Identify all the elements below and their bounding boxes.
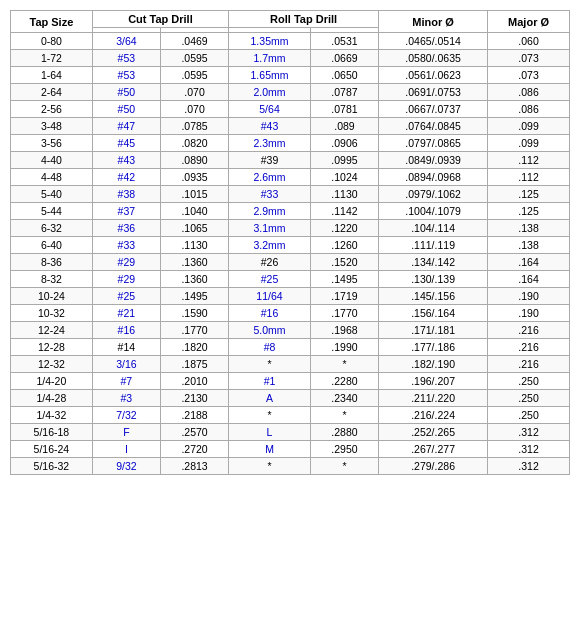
cut-drill-size: 3/64 <box>92 33 160 50</box>
minor-dia: .111/.119 <box>379 237 488 254</box>
roll-drill-dec: .2880 <box>310 424 378 441</box>
roll-drill-size: #1 <box>229 373 311 390</box>
cut-drill-dec: .2720 <box>160 441 228 458</box>
cut-drill-dec: .1875 <box>160 356 228 373</box>
table-row: 1/4-28#3.2130A.2340.211/.220.250 <box>11 390 570 407</box>
roll-drill-size: 5/64 <box>229 101 311 118</box>
table-row: 6-32#36.10653.1mm.1220.104/.114.138 <box>11 220 570 237</box>
roll-drill-size: * <box>229 458 311 475</box>
cut-drill-size: #38 <box>92 186 160 203</box>
minor-dia: .0667/.0737 <box>379 101 488 118</box>
roll-drill-size: #39 <box>229 152 311 169</box>
cut-drill-size: #29 <box>92 271 160 288</box>
roll-drill-size: A <box>229 390 311 407</box>
tap-size: 5/16-18 <box>11 424 93 441</box>
table-row: 10-32#21.1590#16.1770.156/.164.190 <box>11 305 570 322</box>
minor-dia: .134/.142 <box>379 254 488 271</box>
table-row: 3-48#47.0785#43.089.0764/.0845.099 <box>11 118 570 135</box>
cut-drill-size: #53 <box>92 67 160 84</box>
cut-drill-size: #33 <box>92 237 160 254</box>
major-dia: .073 <box>488 67 570 84</box>
cut-drill-dec: .070 <box>160 101 228 118</box>
table-row: 1/4-20#7.2010#1.2280.196/.207.250 <box>11 373 570 390</box>
table-row: 1-64#53.05951.65mm.0650.0561/.0623.073 <box>11 67 570 84</box>
roll-drill-dec: .089 <box>310 118 378 135</box>
roll-drill-dec: * <box>310 458 378 475</box>
major-dia: .216 <box>488 322 570 339</box>
minor-dia: .1004/.1079 <box>379 203 488 220</box>
cut-drill-dec: .0595 <box>160 67 228 84</box>
cut-drill-size: #16 <box>92 322 160 339</box>
roll-drill-dec: .0531 <box>310 33 378 50</box>
roll-drill-dec: .1495 <box>310 271 378 288</box>
table-row: 5/16-329/32.2813**.279/.286.312 <box>11 458 570 475</box>
header-cut-tap: Cut Tap Drill <box>92 11 228 28</box>
cut-drill-size: 3/16 <box>92 356 160 373</box>
minor-dia: .279/.286 <box>379 458 488 475</box>
cut-drill-size: F <box>92 424 160 441</box>
minor-dia: .177/.186 <box>379 339 488 356</box>
minor-dia: .156/.164 <box>379 305 488 322</box>
roll-drill-size: 5.0mm <box>229 322 311 339</box>
roll-drill-dec: .1220 <box>310 220 378 237</box>
cut-drill-dec: .0935 <box>160 169 228 186</box>
tap-drill-table: Tap Size Cut Tap Drill Roll Tap Drill Mi… <box>10 10 570 475</box>
minor-dia: .130/.139 <box>379 271 488 288</box>
tap-size: 6-40 <box>11 237 93 254</box>
tap-size: 2-64 <box>11 84 93 101</box>
minor-dia: .145/.156 <box>379 288 488 305</box>
cut-drill-dec: .2570 <box>160 424 228 441</box>
minor-dia: .211/.220 <box>379 390 488 407</box>
roll-drill-size: 2.3mm <box>229 135 311 152</box>
table-row: 10-24#25.149511/64.1719.145/.156.190 <box>11 288 570 305</box>
minor-dia: .0979/.1062 <box>379 186 488 203</box>
roll-drill-size: 1.7mm <box>229 50 311 67</box>
cut-drill-size: 9/32 <box>92 458 160 475</box>
roll-drill-size: #8 <box>229 339 311 356</box>
major-dia: .216 <box>488 339 570 356</box>
table-row: 2-56#50.0705/64.0781.0667/.0737.086 <box>11 101 570 118</box>
roll-drill-dec: .1968 <box>310 322 378 339</box>
minor-dia: .267/.277 <box>379 441 488 458</box>
table-row: 1/4-327/32.2188**.216/.224.250 <box>11 407 570 424</box>
table-row: 6-40#33.11303.2mm.1260.111/.119.138 <box>11 237 570 254</box>
tap-size: 12-28 <box>11 339 93 356</box>
cut-drill-size: 7/32 <box>92 407 160 424</box>
roll-drill-dec: .1520 <box>310 254 378 271</box>
roll-drill-size: #33 <box>229 186 311 203</box>
major-dia: .250 <box>488 390 570 407</box>
minor-dia: .252/.265 <box>379 424 488 441</box>
roll-drill-size: 11/64 <box>229 288 311 305</box>
tap-size: 1/4-20 <box>11 373 93 390</box>
cut-drill-size: #21 <box>92 305 160 322</box>
major-dia: .250 <box>488 373 570 390</box>
header-major: Major Ø <box>488 11 570 33</box>
table-row: 8-32#29.1360#25.1495.130/.139.164 <box>11 271 570 288</box>
table-wrapper: Tap Size Cut Tap Drill Roll Tap Drill Mi… <box>0 0 580 485</box>
minor-dia: .171/.181 <box>379 322 488 339</box>
major-dia: .125 <box>488 203 570 220</box>
minor-dia: .0561/.0623 <box>379 67 488 84</box>
major-dia: .138 <box>488 237 570 254</box>
roll-drill-size: 2.9mm <box>229 203 311 220</box>
minor-dia: .0797/.0865 <box>379 135 488 152</box>
tap-size: 2-56 <box>11 101 93 118</box>
table-row: 4-40#43.0890#39.0995.0849/.0939.112 <box>11 152 570 169</box>
tap-size: 8-36 <box>11 254 93 271</box>
major-dia: .138 <box>488 220 570 237</box>
roll-drill-size: 3.1mm <box>229 220 311 237</box>
major-dia: .312 <box>488 458 570 475</box>
cut-drill-dec: .2130 <box>160 390 228 407</box>
roll-drill-dec: * <box>310 407 378 424</box>
major-dia: .190 <box>488 288 570 305</box>
roll-drill-dec: .1770 <box>310 305 378 322</box>
header-tap-size: Tap Size <box>11 11 93 33</box>
cut-drill-size: #47 <box>92 118 160 135</box>
table-row: 0-803/64.04691.35mm.0531.0465/.0514.060 <box>11 33 570 50</box>
cut-drill-dec: .1360 <box>160 271 228 288</box>
tap-size: 5/16-32 <box>11 458 93 475</box>
roll-drill-size: L <box>229 424 311 441</box>
table-row: 3-56#45.08202.3mm.0906.0797/.0865.099 <box>11 135 570 152</box>
tap-size: 12-32 <box>11 356 93 373</box>
roll-drill-dec: .0787 <box>310 84 378 101</box>
